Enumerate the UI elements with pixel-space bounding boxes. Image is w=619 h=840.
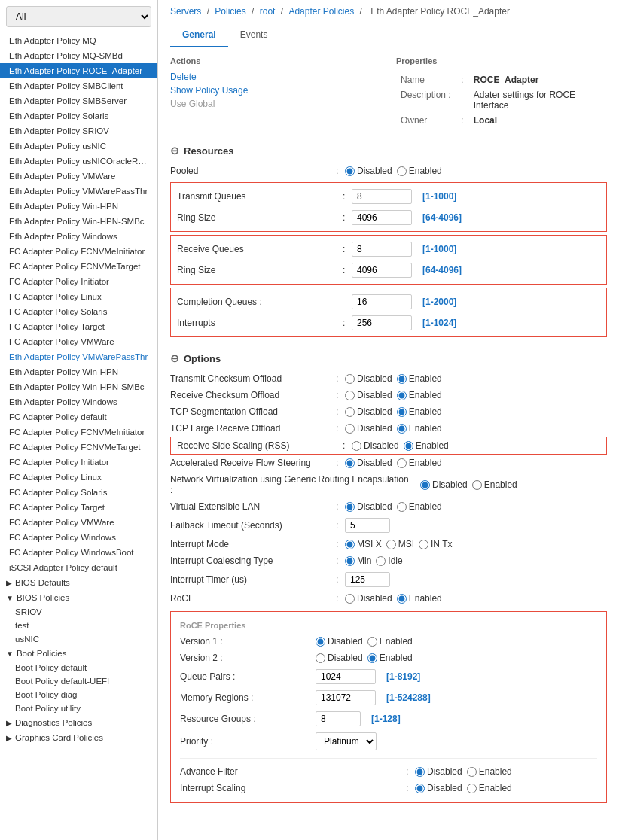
- transmit-ring-input[interactable]: [352, 210, 412, 225]
- tco-disabled[interactable]: Disabled: [345, 373, 392, 384]
- imode-msix[interactable]: MSI X: [345, 539, 382, 549]
- tcp-lro-enabled[interactable]: Enabled: [397, 423, 442, 434]
- sidebar-group-bios-policies[interactable]: ▼ BIOS Policies: [0, 590, 157, 605]
- is-disabled-radio[interactable]: [415, 784, 425, 793]
- vxlan-enabled[interactable]: Enabled: [397, 501, 442, 512]
- sidebar-item-7[interactable]: Eth Adapter Policy usNIC: [0, 138, 157, 154]
- int-coal-min[interactable]: Min: [345, 555, 371, 566]
- queue-pairs-input[interactable]: [316, 669, 376, 684]
- vxlan-disabled[interactable]: Disabled: [345, 501, 392, 512]
- use-global-link[interactable]: Use Global: [170, 99, 381, 109]
- sidebar-item-21[interactable]: Eth Adapter Policy VMWarePassThr: [0, 349, 157, 364]
- sidebar-item-34[interactable]: FC Adapter Policy WindowsBoot: [0, 545, 157, 560]
- vxlan-disabled-radio[interactable]: [345, 502, 355, 512]
- sidebar-item-17[interactable]: FC Adapter Policy Linux: [0, 289, 157, 304]
- sidebar-item-32[interactable]: FC Adapter Policy VMWare: [0, 515, 157, 530]
- sidebar-item-25[interactable]: FC Adapter Policy default: [0, 409, 157, 425]
- int-coal-min-radio[interactable]: [345, 556, 355, 566]
- roce-enabled[interactable]: Enabled: [397, 593, 442, 604]
- tco-enabled-radio[interactable]: [397, 374, 407, 384]
- sidebar-subitem-boot-uefi[interactable]: Boot Policy default-UEFI: [0, 674, 157, 688]
- sidebar-group-diagnostics[interactable]: ▶ Diagnostics Policies: [0, 715, 157, 730]
- receive-ring-input[interactable]: [352, 263, 412, 278]
- sidebar-item-27[interactable]: FC Adapter Policy FCNVMeTarget: [0, 440, 157, 455]
- tcp-seg-disabled-radio[interactable]: [345, 407, 355, 417]
- sidebar-item-22[interactable]: Eth Adapter Policy Win-HPN: [0, 364, 157, 379]
- roce-enabled-radio[interactable]: [397, 594, 407, 604]
- sidebar-subitem-sriov[interactable]: SRIOV: [0, 605, 157, 619]
- sidebar-item-1[interactable]: Eth Adapter Policy MQ-SMBd: [0, 48, 157, 63]
- af-disabled[interactable]: Disabled: [415, 766, 462, 777]
- vxlan-enabled-radio[interactable]: [397, 502, 407, 512]
- sidebar-item-19[interactable]: FC Adapter Policy Target: [0, 319, 157, 334]
- int-timer-input[interactable]: [345, 572, 390, 587]
- arfs-enabled-radio[interactable]: [397, 458, 407, 468]
- roce-v2-enabled[interactable]: Enabled: [367, 653, 413, 663]
- sidebar-item-16[interactable]: FC Adapter Policy Initiator: [0, 274, 157, 289]
- show-policy-usage-link[interactable]: Show Policy Usage: [170, 85, 381, 96]
- roce-v1-enabled[interactable]: Enabled: [367, 636, 413, 647]
- imode-msix-radio[interactable]: [345, 540, 355, 549]
- sidebar-item-24[interactable]: Eth Adapter Policy Windows: [0, 394, 157, 409]
- sidebar-item-15[interactable]: FC Adapter Policy FCNVMeTarget: [0, 259, 157, 274]
- resources-header[interactable]: ⊖ Resources: [170, 145, 607, 157]
- rco-disabled[interactable]: Disabled: [345, 390, 392, 400]
- sidebar-item-4[interactable]: Eth Adapter Policy SMBServer: [0, 93, 157, 108]
- rss-disabled[interactable]: Disabled: [352, 440, 399, 451]
- resource-groups-input[interactable]: [316, 711, 361, 726]
- sidebar-item-5[interactable]: Eth Adapter Policy Solaris: [0, 108, 157, 123]
- roce-v2-disabled[interactable]: Disabled: [316, 653, 363, 663]
- breadcrumb-adapter-policies[interactable]: Adapter Policies: [288, 6, 354, 17]
- sidebar-item-28[interactable]: FC Adapter Policy Initiator: [0, 455, 157, 470]
- receive-queues-input[interactable]: [352, 242, 412, 257]
- delete-link[interactable]: Delete: [170, 72, 381, 82]
- roce-v1-disabled-radio[interactable]: [316, 637, 325, 647]
- sidebar-item-0[interactable]: Eth Adapter Policy MQ: [0, 33, 157, 48]
- nvgre-disabled-radio[interactable]: [420, 480, 430, 490]
- sidebar-item-33[interactable]: FC Adapter Policy Windows: [0, 530, 157, 545]
- tab-general[interactable]: General: [170, 23, 228, 47]
- sidebar-filter[interactable]: All: [6, 6, 151, 27]
- rco-disabled-radio[interactable]: [345, 391, 355, 400]
- tcp-lro-enabled-radio[interactable]: [397, 424, 407, 434]
- rco-enabled[interactable]: Enabled: [397, 390, 442, 400]
- sidebar-item-20[interactable]: FC Adapter Policy VMWare: [0, 334, 157, 349]
- sidebar-item-30[interactable]: FC Adapter Policy Solaris: [0, 485, 157, 500]
- sidebar-item-31[interactable]: FC Adapter Policy Target: [0, 500, 157, 515]
- roce-disabled-radio[interactable]: [345, 594, 355, 604]
- sidebar-item-35[interactable]: iSCSI Adapter Policy default: [0, 560, 157, 575]
- sidebar-item-18[interactable]: FC Adapter Policy Solaris: [0, 304, 157, 319]
- breadcrumb-policies[interactable]: Policies: [215, 6, 245, 17]
- roce-v1-disabled[interactable]: Disabled: [316, 636, 363, 647]
- sidebar-item-11[interactable]: Eth Adapter Policy Win-HPN: [0, 199, 157, 214]
- sidebar-group-bios-defaults[interactable]: ▶ BIOS Defaults: [0, 575, 157, 590]
- sidebar-item-2[interactable]: Eth Adapter Policy ROCE_Adapter: [0, 63, 157, 78]
- tcp-seg-disabled[interactable]: Disabled: [345, 406, 392, 417]
- sidebar-item-23[interactable]: Eth Adapter Policy Win-HPN-SMBc: [0, 379, 157, 394]
- failback-input[interactable]: [345, 518, 390, 533]
- sidebar-item-6[interactable]: Eth Adapter Policy SRIOV: [0, 123, 157, 138]
- rco-enabled-radio[interactable]: [397, 391, 407, 400]
- is-enabled[interactable]: Enabled: [467, 783, 512, 793]
- sidebar-subitem-usnic[interactable]: usNIC: [0, 632, 157, 646]
- sidebar-item-9[interactable]: Eth Adapter Policy VMWare: [0, 169, 157, 184]
- breadcrumb-root[interactable]: root: [260, 6, 276, 17]
- sidebar-group-graphics[interactable]: ▶ Graphics Card Policies: [0, 730, 157, 745]
- nvgre-disabled[interactable]: Disabled: [420, 479, 468, 490]
- arfs-enabled[interactable]: Enabled: [397, 458, 442, 468]
- tcp-lro-disabled[interactable]: Disabled: [345, 423, 392, 434]
- imode-intx[interactable]: IN Tx: [419, 539, 452, 549]
- int-coal-idle[interactable]: Idle: [376, 555, 402, 566]
- pooled-enabled-radio[interactable]: [397, 166, 407, 176]
- rss-enabled-radio[interactable]: [404, 441, 413, 451]
- is-enabled-radio[interactable]: [467, 784, 477, 793]
- tcp-seg-enabled[interactable]: Enabled: [397, 406, 442, 417]
- arfs-disabled[interactable]: Disabled: [345, 458, 392, 468]
- priority-select[interactable]: Platinum Gold Silver Bronze: [316, 732, 377, 750]
- rss-enabled[interactable]: Enabled: [404, 440, 449, 451]
- imode-msi-radio[interactable]: [386, 540, 396, 549]
- arfs-disabled-radio[interactable]: [345, 458, 355, 468]
- int-coal-idle-radio[interactable]: [376, 556, 386, 566]
- af-enabled[interactable]: Enabled: [467, 766, 512, 777]
- tco-disabled-radio[interactable]: [345, 374, 355, 384]
